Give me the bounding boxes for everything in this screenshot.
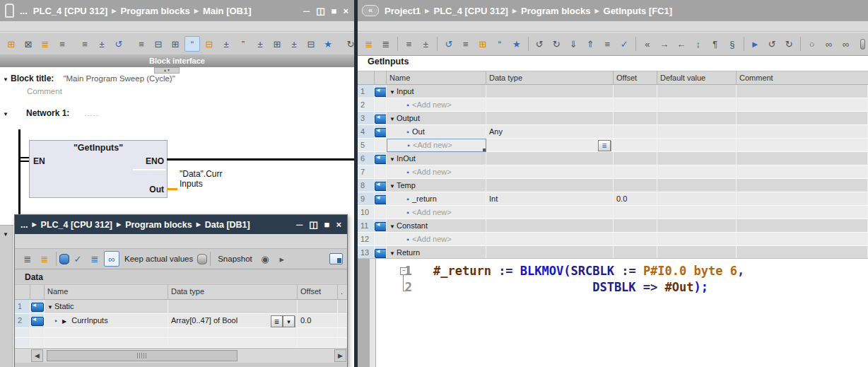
- apply-actual-values-icon[interactable]: ✓: [70, 251, 86, 267]
- upload-icon[interactable]: ⇑: [582, 36, 598, 52]
- breadcrumb-main-ob1[interactable]: Main [OB1]: [203, 6, 252, 16]
- normally-closed-contact-icon[interactable]: ⊟: [151, 36, 166, 52]
- col-more[interactable]: .: [338, 285, 347, 299]
- block-comment-placeholder[interactable]: Comment: [27, 87, 62, 95]
- coil-icon[interactable]: ⊞: [168, 36, 183, 52]
- collapse-network-2-icon[interactable]: ▼: [3, 231, 8, 238]
- out-pin[interactable]: Out: [149, 185, 164, 194]
- breadcrumb-plc[interactable]: PLC_4 [CPU 312]: [33, 6, 107, 16]
- pin-icon[interactable]: [5, 4, 14, 18]
- table-row-static[interactable]: 1 ▼Static: [15, 300, 347, 314]
- split-button[interactable]: ◫: [309, 220, 317, 229]
- add-row-icon[interactable]: ±: [94, 36, 110, 52]
- interface-table-row[interactable]: 2 ▪<Add new> ≣: [358, 98, 868, 112]
- interface-table-row[interactable]: 12 ▪<Add new> ≣: [358, 233, 868, 246]
- monitor-off-icon[interactable]: ∞: [838, 36, 854, 52]
- interface-table-row[interactable]: 11 ▼Constant ≣: [358, 219, 868, 233]
- eno-pin[interactable]: ENO: [146, 156, 164, 166]
- network-comment-placeholder[interactable]: .....: [84, 109, 98, 117]
- keep-actual-values-icon[interactable]: ↺: [441, 36, 457, 52]
- outdent-icon[interactable]: ←: [674, 36, 689, 52]
- scrollbar-thumb[interactable]: [47, 350, 237, 361]
- float-button[interactable]: ◫: [316, 6, 324, 16]
- minimize-button[interactable]: ─: [296, 220, 303, 229]
- expand-branch-icon[interactable]: ±: [286, 36, 302, 52]
- insert-row-icon[interactable]: ≣: [20, 251, 35, 267]
- insert-comment-icon[interactable]: “: [492, 36, 508, 52]
- previous-position-icon[interactable]: ↺: [764, 36, 780, 52]
- monitor-all-icon[interactable]: ∞: [104, 251, 119, 267]
- datatype-dropdown-button[interactable]: ▾: [283, 315, 295, 327]
- find-replace-icon[interactable]: ○: [804, 36, 820, 52]
- favorites-icon[interactable]: ★: [509, 36, 524, 52]
- breadcrumb-project[interactable]: Project1: [385, 6, 421, 16]
- delete-network-icon[interactable]: ⊠: [20, 36, 36, 52]
- empty-row[interactable]: [15, 338, 347, 348]
- insert-row-icon[interactable]: ≡: [77, 36, 93, 52]
- check-consistency-icon[interactable]: ✓: [616, 36, 632, 52]
- indent-icon[interactable]: →: [657, 36, 672, 52]
- close-button[interactable]: ×: [336, 220, 341, 229]
- data-window-titlebar[interactable]: ... ▶ PLC_4 [CPU 312] ▶ Program blocks ▶…: [15, 215, 347, 234]
- network-1-header[interactable]: ▼ Network 1: .....: [3, 108, 99, 118]
- expand-icon[interactable]: ▶: [62, 318, 66, 325]
- close-button[interactable]: ×: [343, 6, 348, 16]
- comment-out-icon[interactable]: «: [640, 36, 655, 52]
- interface-table-row[interactable]: 9 ▪_return Int≣ 0.0: [358, 192, 868, 206]
- col-offset[interactable]: Offset: [614, 71, 657, 84]
- download-icon[interactable]: ⇓: [565, 36, 581, 52]
- breadcrumb-collapsed[interactable]: ...: [20, 220, 28, 230]
- open-branch-icon[interactable]: ⊞: [269, 36, 285, 52]
- format-source-icon[interactable]: ≡: [599, 36, 615, 52]
- breadcrumb-data-db1[interactable]: Data [DB1]: [205, 220, 250, 230]
- insert-comment-icon[interactable]: ”: [235, 36, 251, 52]
- keep-values-db-icon[interactable]: [860, 39, 865, 49]
- breadcrumb-program-blocks[interactable]: Program blocks: [125, 220, 192, 230]
- insert-network-icon[interactable]: ⊞: [4, 36, 19, 52]
- load-start-values-icon[interactable]: [59, 254, 69, 264]
- close-branch-icon[interactable]: ⊟: [303, 36, 319, 52]
- comment-toggle-icon[interactable]: “: [184, 36, 200, 52]
- breadcrumb-plc[interactable]: PLC_4 [CPU 312]: [41, 220, 112, 230]
- horizontal-scrollbar[interactable]: ◀ ▶: [15, 348, 347, 363]
- snapshot-icon[interactable]: ◉: [257, 251, 273, 267]
- open-all-networks-icon[interactable]: ≣: [37, 36, 53, 52]
- open-all-sections-icon[interactable]: ≣: [361, 36, 377, 52]
- en-pin[interactable]: EN: [33, 156, 45, 166]
- col-data-type[interactable]: Data type: [168, 285, 298, 299]
- minimize-button[interactable]: ─: [303, 6, 310, 16]
- maximize-button[interactable]: ■: [332, 6, 337, 16]
- table-row-currinputs[interactable]: 2 ▪ ▶ CurrInputs Array[0..47] of Bool ≣ …: [15, 314, 347, 328]
- insert-block-icon[interactable]: ⊞: [475, 36, 491, 52]
- favorites-icon[interactable]: ★: [320, 36, 336, 52]
- expand-arrow-icon[interactable]: ▸: [274, 251, 290, 267]
- expand-box-icon[interactable]: ±: [218, 36, 234, 52]
- code-line-2[interactable]: 2 DSTBLK => #Out);: [375, 279, 744, 296]
- interface-splitter-handle[interactable]: ▲▼: [154, 67, 180, 74]
- datatype-list-button[interactable]: ≣: [271, 315, 283, 327]
- close-all-sections-icon[interactable]: ≣: [378, 36, 394, 52]
- collapse-block-title-icon[interactable]: ▼: [3, 76, 8, 83]
- col-offset[interactable]: Offset: [298, 285, 338, 299]
- col-data-type[interactable]: Data type: [486, 71, 614, 84]
- breadcrumb-collapsed[interactable]: ...: [20, 6, 28, 16]
- getinputs-call-block[interactable]: "GetInputs" EN ENO Out: [29, 140, 168, 198]
- data-db1-window[interactable]: ... ▶ PLC_4 [CPU 312] ▶ Program blocks ▶…: [14, 214, 348, 367]
- expanded-mode-icon[interactable]: ≣: [87, 251, 102, 267]
- next-position-icon[interactable]: ↻: [781, 36, 797, 52]
- split-editor-icon[interactable]: [329, 253, 343, 264]
- breadcrumb-plc[interactable]: PLC_4 [CPU 312]: [433, 6, 508, 16]
- bookmark-icon[interactable]: ►: [747, 36, 763, 52]
- interface-table-row[interactable]: 8 ▼Temp ≣: [358, 179, 868, 192]
- snapshot-label[interactable]: Snapshot: [218, 255, 252, 263]
- interface-table-row[interactable]: 1 ▼Input ≣: [358, 85, 868, 98]
- normally-open-contact-icon[interactable]: ≡: [134, 36, 149, 52]
- insert-row-icon[interactable]: ≡: [401, 36, 416, 52]
- col-comment[interactable]: Comment: [737, 71, 868, 84]
- mark-lines-icon[interactable]: ¶: [708, 36, 723, 52]
- fc1-editor-titlebar[interactable]: « Project1 ▶ PLC_4 [CPU 312] ▶ Program b…: [358, 0, 868, 21]
- add-row-icon[interactable]: ≣: [37, 251, 52, 267]
- interface-table-row[interactable]: 3 ▼Output ≣: [358, 112, 868, 125]
- empty-row[interactable]: [15, 328, 347, 338]
- keep-actual-values-icon[interactable]: [197, 254, 207, 264]
